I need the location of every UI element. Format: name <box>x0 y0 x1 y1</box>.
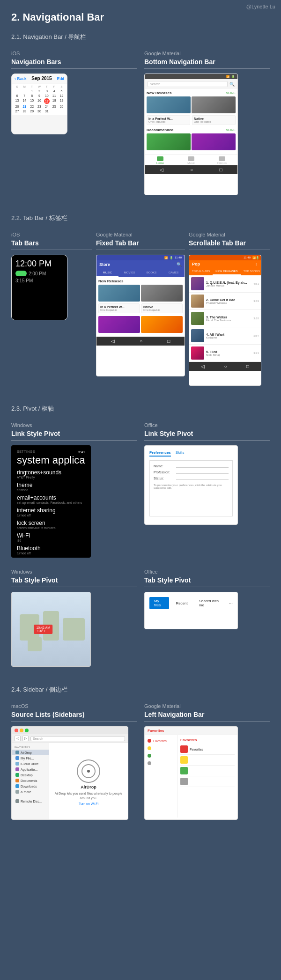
home-btn-android[interactable]: ○ <box>190 167 193 172</box>
tab-books[interactable]: BOOKS <box>140 269 163 277</box>
office-tab-pivot-mock: My files Recent Shared with me ··· <box>144 592 238 629</box>
search-icon-fixed[interactable]: 🔍 <box>177 262 182 267</box>
office-tab-preferences[interactable]: Preferences <box>149 450 171 457</box>
left-nav-item-4[interactable] <box>145 759 177 767</box>
more-icon-scroll[interactable]: ⋮ <box>254 262 258 266</box>
ios-edit-btn[interactable]: Edit <box>57 76 64 81</box>
scroll-tab-top-songs[interactable]: TOP SONGS <box>241 268 261 275</box>
scroll-tab-col: Google Material Scrollable Tab Bar 11:40… <box>189 232 270 386</box>
toolbar-btn-1[interactable]: ◁ <box>15 736 21 741</box>
bottom-nav-friends[interactable]: Friends <box>207 156 237 164</box>
fixed-recents-btn[interactable]: □ <box>167 339 170 344</box>
minimize-btn[interactable] <box>20 729 23 732</box>
mat-toolbar: Search 🔍 <box>145 79 237 89</box>
office-tab-myfiles[interactable]: My files <box>149 597 169 609</box>
sidebar-item-more[interactable]: & more <box>12 789 49 795</box>
maximize-btn[interactable] <box>25 729 29 732</box>
back-btn-android[interactable]: ◁ <box>160 167 163 172</box>
toolbar-search[interactable]: Search <box>30 736 125 741</box>
sidebar-item-applications[interactable]: Applicatio... <box>12 766 49 772</box>
song-item-1[interactable]: 1. Q.U.E.E.N. (feat. Eylah... Janelle Mo… <box>189 275 261 293</box>
field-line-profession[interactable] <box>176 471 229 474</box>
sidebar-item-icloud[interactable]: iCloud Drive <box>12 761 49 766</box>
song-artist-2: Pharrell Williams <box>206 302 251 304</box>
ios-tab-platform-label: iOS <box>11 232 92 237</box>
mat-right-item-4[interactable] <box>180 776 235 787</box>
pivot-item-email[interactable]: email+accounts set up email, contacts, F… <box>17 494 85 504</box>
home-icon <box>157 156 163 161</box>
song-title-4: 4. All I Want <box>206 333 251 336</box>
song-info-3: 3. The Walker Fitz & The Tantrums <box>206 316 251 322</box>
left-nav-item-3[interactable] <box>145 752 177 759</box>
left-nav-dot-3 <box>148 754 151 758</box>
airdrop-wifi-link[interactable]: Turn on Wi-Fi <box>79 802 98 805</box>
recents-btn-android[interactable]: □ <box>220 167 222 172</box>
sidebar-item-airdrop[interactable]: AirDrop <box>12 750 49 755</box>
left-nav-item-2[interactable] <box>145 744 177 752</box>
bottom-nav-music[interactable]: Music <box>176 156 207 164</box>
more-btn-2[interactable]: MORE <box>226 128 236 132</box>
scroll-tab-title: Scrollable Tab Bar <box>189 239 270 250</box>
scroll-home-btn[interactable]: ○ <box>224 364 227 369</box>
mat-right-item-3[interactable] <box>180 766 235 776</box>
sidebar-item-downloads[interactable]: Downloads <box>12 783 49 789</box>
tab-games[interactable]: GAMES <box>163 269 185 277</box>
tab-music[interactable]: MUSIC <box>96 269 118 277</box>
clock-time2: 2:00 PM <box>29 271 46 276</box>
desktop-icon <box>15 773 19 777</box>
ios-nav-col: iOS Navigation Bars ‹ Back Sep 2015 Edit… <box>11 51 137 195</box>
scroll-tab-platform-label: Google Material <box>189 232 270 237</box>
mat-left-panel: Favorites <box>145 735 177 818</box>
fixed-tab-status-bar: 📶🔋11:40 <box>96 255 185 260</box>
pivot-item-ringtones[interactable]: ringtones+sounds AT&T Firefly <box>17 469 85 479</box>
field-line-name[interactable] <box>176 464 229 468</box>
tab-movies[interactable]: MOVIES <box>118 269 140 277</box>
star-icon <box>180 756 188 764</box>
mat-left-nav-mock: Favorites Favorites <box>144 726 238 820</box>
pivot-sub-ringtones: AT&T Firefly <box>17 476 85 479</box>
pivot-title-ringtones: ringtones+sounds <box>17 469 85 476</box>
office-tab-shared[interactable]: Shared with me <box>194 597 225 609</box>
ios-back-btn[interactable]: ‹ Back <box>15 76 27 81</box>
scroll-back-btn[interactable]: ◁ <box>201 364 205 369</box>
pivot-item-lockscreen[interactable]: lock screen screen time-out: 5 minutes <box>17 520 85 530</box>
section23-block: 2.3. Pivot / 枢轴 Windows Link Style Pivot… <box>0 405 281 667</box>
sidebar-item-myfile[interactable]: My File... <box>12 755 49 761</box>
fixed-home-btn[interactable]: ○ <box>140 339 142 344</box>
office-tab-skills[interactable]: Skills <box>176 450 185 457</box>
field-line-status[interactable] <box>176 477 229 480</box>
song-item-5[interactable]: 5. I lied Nicki Minaj 3:21 <box>189 345 261 362</box>
sidebar-item-desktop[interactable]: Desktop <box>12 772 49 778</box>
card-1[interactable]: In a Perfect W... One Republic <box>147 115 190 125</box>
mat-right-item-2[interactable] <box>180 755 235 766</box>
song-item-3[interactable]: 3. The Walker Fitz & The Tantrums 3:28 <box>189 310 261 327</box>
fixed-card-2[interactable]: Native One Republic <box>141 303 183 313</box>
scroll-tab-top-albums[interactable]: TOP ALBUMS <box>189 268 213 275</box>
song-item-2[interactable]: 2. Come Get It Bae Pharrell Williams 3:3… <box>189 293 261 310</box>
close-btn[interactable] <box>15 729 18 732</box>
fixed-back-btn[interactable]: ◁ <box>111 339 115 344</box>
bottom-nav-home[interactable]: Home <box>145 156 176 164</box>
card-2[interactable]: Native One Republic <box>192 115 236 125</box>
pivot-item-internet[interactable]: internet sharing turned off <box>17 507 85 517</box>
fixed-card1-sub: One Republic <box>100 309 138 311</box>
myfile-icon <box>15 756 19 760</box>
left-nav-item-1[interactable]: Favorites <box>145 737 177 744</box>
office-tab-recent[interactable]: Recent <box>171 599 192 607</box>
fixed-card-1[interactable]: In a Perfect W... One Republic <box>98 303 140 313</box>
toolbar-btn-2[interactable]: ▷ <box>22 736 29 741</box>
song-item-4[interactable]: 4. All I Want Kodaline 3:54 <box>189 327 261 345</box>
office-tab-more[interactable]: ··· <box>229 601 233 606</box>
more-btn-1[interactable]: MORE <box>226 91 236 95</box>
sidebar-item-documents[interactable]: Documents <box>12 778 49 783</box>
mat-right-item-1[interactable]: Favorites <box>180 744 235 755</box>
toggle-switch[interactable] <box>15 271 27 276</box>
sidebar-item-remote[interactable]: Remote Disc... <box>12 798 49 804</box>
mat-search-bar[interactable]: Search <box>148 81 228 87</box>
left-nav-dot-1 <box>148 739 151 743</box>
pivot-item-bluetooth[interactable]: Bluetooth turned off <box>17 545 85 555</box>
pivot-item-wifi[interactable]: Wi-Fi i36 <box>17 532 85 542</box>
scroll-recents-btn[interactable]: □ <box>246 364 249 369</box>
scroll-tab-new-releases[interactable]: NEW RELEASES <box>213 268 240 275</box>
pivot-item-theme[interactable]: theme crimson <box>17 482 85 492</box>
